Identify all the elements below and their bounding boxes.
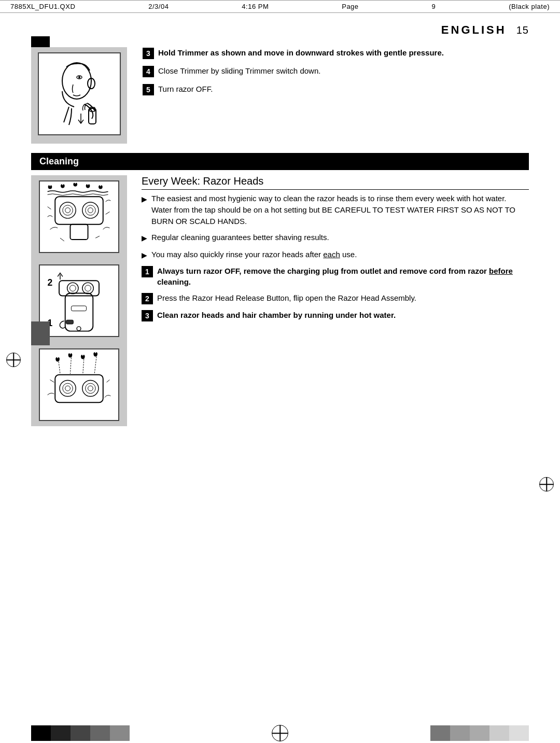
step-3: 3 Hold Trimmer as shown and move in down… xyxy=(143,47,529,59)
bottom-sq-5 xyxy=(110,725,130,741)
bottom-sq-r3 xyxy=(470,725,489,741)
svg-point-7 xyxy=(60,202,76,218)
bullet-2: ▶ Regular cleaning guarantees better sha… xyxy=(142,232,529,243)
bottom-bar xyxy=(0,723,560,743)
step-4-text: Close Trimmer by sliding Trimmer switch … xyxy=(158,65,320,76)
trimmer-svg xyxy=(43,58,116,130)
header-page-label: Page xyxy=(342,3,358,10)
svg-point-30 xyxy=(60,380,76,396)
cleaning-illus-2: 2 1 xyxy=(39,264,119,337)
svg-rect-18 xyxy=(65,293,93,331)
step-4: 4 Close Trimmer by sliding Trimmer switc… xyxy=(143,65,529,77)
cleaning-illus-1 xyxy=(39,180,119,253)
cleaning-step-2-number: 2 xyxy=(142,293,153,304)
step-5-text: Turn razor OFF. xyxy=(158,83,213,94)
svg-point-22 xyxy=(82,283,93,293)
step-5: 5 Turn razor OFF. xyxy=(143,83,529,95)
before-underline: before xyxy=(489,267,513,275)
cleaning-heading-label: Cleaning xyxy=(39,156,79,166)
bottom-sq-r2 xyxy=(450,725,470,741)
svg-point-34 xyxy=(86,383,95,393)
svg-point-11 xyxy=(86,205,95,215)
cleaning-section-heading: Cleaning xyxy=(31,153,529,170)
svg-rect-13 xyxy=(70,225,88,240)
step-3-number: 3 xyxy=(143,48,154,59)
svg-line-38 xyxy=(83,359,84,373)
cleaning-svg-1 xyxy=(40,181,118,252)
svg-point-12 xyxy=(88,207,93,213)
header-bar: 7885XL_DFU1.QXD 2/3/04 4:16 PM Page 9 (B… xyxy=(0,0,560,13)
cleaning-step-3-number: 3 xyxy=(142,310,153,321)
svg-point-23 xyxy=(85,285,91,291)
svg-line-39 xyxy=(94,356,96,373)
bottom-center-reg xyxy=(130,725,430,741)
cleaning-svg-3 xyxy=(40,349,118,420)
subsection-heading: Every Week: Razor Heads xyxy=(142,175,529,190)
bottom-sq-r5 xyxy=(509,725,529,741)
bullet-3-text: You may also quickly rinse your razor he… xyxy=(151,249,357,260)
side-black-square xyxy=(31,321,50,345)
svg-text:2: 2 xyxy=(48,277,53,288)
cleaning-step-3-text: Clean razor heads and hair chamber by ru… xyxy=(157,310,396,320)
left-reg-mark xyxy=(6,353,21,369)
svg-line-40 xyxy=(50,380,54,382)
svg-point-0 xyxy=(62,63,91,99)
bottom-squares-right xyxy=(430,723,529,743)
svg-line-17 xyxy=(95,236,100,238)
svg-point-35 xyxy=(88,386,93,391)
svg-point-20 xyxy=(67,283,78,293)
svg-line-37 xyxy=(70,357,71,373)
header-filename: 7885XL_DFU1.QXD xyxy=(10,3,75,10)
svg-point-21 xyxy=(69,285,76,291)
svg-rect-6 xyxy=(55,197,103,225)
svg-point-33 xyxy=(82,380,99,396)
bottom-sq-3 xyxy=(71,725,90,741)
header-plate: (Black plate) xyxy=(509,3,550,10)
page-number: 15 xyxy=(516,24,529,36)
svg-line-15 xyxy=(106,212,110,214)
language-heading: ENGLISH 15 xyxy=(31,23,529,37)
bullet-3: ▶ You may also quickly rinse your razor … xyxy=(142,249,529,260)
step-5-number: 5 xyxy=(143,84,154,95)
svg-line-14 xyxy=(48,207,51,209)
svg-line-41 xyxy=(107,380,110,382)
bullet-1: ▶ The easiest and most hygienic way to c… xyxy=(142,193,529,227)
cleaning-step-1-number: 1 xyxy=(142,266,153,277)
svg-point-8 xyxy=(63,205,73,215)
bottom-sq-2 xyxy=(51,725,71,741)
bullet-arrow-2: ▶ xyxy=(142,233,147,243)
svg-point-32 xyxy=(65,386,71,391)
svg-point-3 xyxy=(78,76,80,78)
steps-top-col: 3 Hold Trimmer as shown and move in down… xyxy=(143,47,529,144)
step-4-number: 4 xyxy=(143,66,154,77)
cleaning-left-col: 2 1 xyxy=(31,175,127,426)
cleaning-svg-2: 2 1 xyxy=(40,265,118,336)
cleaning-step-1-text: Always turn razor OFF, remove the chargi… xyxy=(157,265,529,287)
svg-rect-26 xyxy=(66,320,74,324)
svg-rect-27 xyxy=(71,306,86,311)
cleaning-layout: 2 1 xyxy=(31,175,529,426)
svg-rect-29 xyxy=(55,375,103,403)
svg-point-31 xyxy=(63,383,73,393)
subsection-label: Every Week: Razor Heads xyxy=(142,175,263,187)
svg-line-16 xyxy=(60,238,64,241)
svg-point-9 xyxy=(65,207,71,213)
header-date: 2/3/04 xyxy=(148,3,169,10)
step-3-text: Hold Trimmer as shown and move in downwa… xyxy=(158,47,444,58)
bullet-arrow-3: ▶ xyxy=(142,250,147,260)
cleaning-illus-3 xyxy=(39,348,119,421)
right-reg-mark xyxy=(539,477,554,493)
header-page-num: 9 xyxy=(432,3,436,10)
each-underline: each xyxy=(323,250,340,259)
top-section: 3 Hold Trimmer as shown and move in down… xyxy=(31,47,529,144)
cleaning-step-2: 2 Press the Razor Head Release Button, f… xyxy=(142,292,529,304)
bullet-2-text: Regular cleaning guarantees better shavi… xyxy=(151,232,329,243)
cleaning-step-1: 1 Always turn razor OFF, remove the char… xyxy=(142,265,529,287)
svg-point-28 xyxy=(77,327,81,331)
cleaning-step-2-text: Press the Razor Head Release Button, fli… xyxy=(157,292,416,303)
main-content: ENGLISH 15 xyxy=(0,13,560,437)
bottom-sq-4 xyxy=(90,725,110,741)
svg-line-36 xyxy=(59,361,60,373)
cleaning-step-3: 3 Clean razor heads and hair chamber by … xyxy=(142,310,529,321)
top-illustration-col xyxy=(31,47,127,144)
